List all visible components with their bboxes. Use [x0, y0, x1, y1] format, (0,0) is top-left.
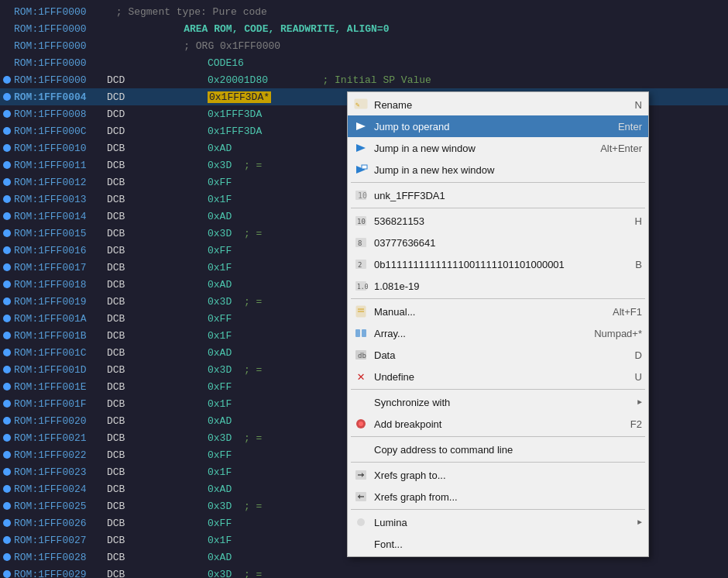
dot — [3, 434, 11, 442]
instr: DCD — [99, 108, 208, 120]
data-icon: db — [352, 347, 369, 363]
manual-shortcut: Alt+F1 — [613, 306, 642, 318]
address: ROM:1FFF0012 — [14, 177, 99, 188]
operand: 0x3D — [208, 569, 232, 579]
address: ROM:1FFF0026 — [14, 518, 99, 529]
menu-item-float[interactable]: 1.0 1.081e-19 — [348, 275, 648, 297]
instr: DCB — [99, 296, 208, 308]
operand: 0x3D — [208, 160, 232, 171]
undefine-shortcut: U — [635, 371, 642, 383]
operand: 0x1F — [208, 398, 232, 410]
comment: ; = — [238, 569, 262, 579]
copy-address-label: Copy address to command line — [374, 444, 642, 456]
synchronize-icon — [352, 394, 369, 410]
address: ROM:1FFF001C — [14, 347, 99, 359]
binary-label: 0b11111111111111001111101101000001 — [374, 259, 620, 270]
menu-item-data[interactable]: db Data D — [348, 344, 648, 366]
operand: 0xAD — [208, 415, 232, 427]
dot — [3, 195, 11, 203]
rename-icon: ✎ — [352, 97, 369, 112]
dot — [3, 349, 11, 356]
menu-item-xrefs-to[interactable]: Xrefs graph to... — [348, 464, 648, 486]
dot — [3, 468, 11, 476]
svg-text:✎: ✎ — [355, 101, 360, 108]
instr: DCB — [99, 432, 208, 444]
operand: 0xFF — [208, 177, 232, 188]
address: ROM:1FFF0013 — [14, 194, 99, 205]
dot-empty — [3, 8, 11, 15]
menu-item-binary[interactable]: 2 0b11111111111111001111101101000001 B — [348, 253, 648, 275]
separator-1 — [351, 182, 645, 183]
dot — [3, 502, 11, 510]
add-breakpoint-label: Add breakpoint — [374, 418, 615, 430]
font-icon — [352, 536, 369, 552]
operand: 0xFF — [208, 313, 232, 325]
menu-item-decimal[interactable]: 10 536821153 H — [348, 210, 648, 232]
jump-new-window-label: Jump in a new window — [374, 143, 585, 154]
menu-item-xrefs-from[interactable]: Xrefs graph from... — [348, 486, 648, 507]
instr: DCB — [99, 330, 208, 342]
menu-item-font[interactable]: Font... — [348, 533, 648, 555]
menu-item-jump-new-window[interactable]: Jump in a new window Alt+Enter — [348, 137, 648, 159]
dot — [3, 519, 11, 527]
dot — [3, 144, 11, 152]
menu-item-jump-to-operand[interactable]: Jump to operand Enter — [348, 115, 648, 137]
instr: DCB — [99, 483, 208, 495]
xrefs-from-icon — [352, 489, 369, 504]
menu-item-rename[interactable]: ✎ Rename N — [348, 94, 648, 115]
octal-icon: 8 — [352, 235, 369, 250]
svg-rect-19 — [355, 329, 360, 337]
address: ROM:1FFF001D — [14, 364, 99, 376]
address: ROM:1FFF001E — [14, 381, 99, 393]
operand: 0x3D — [208, 228, 232, 239]
dot — [3, 178, 11, 186]
address: ROM:1FFF0000 — [14, 57, 99, 69]
decimal-shortcut: H — [635, 215, 642, 227]
menu-item-jump-new-hex[interactable]: Jump in a new hex window — [348, 159, 648, 181]
instr: DCB — [99, 381, 208, 393]
code-line: ROM:1FFF0000 ; ORG 0x1FFF0000 — [0, 37, 728, 54]
instr: DCB — [99, 211, 208, 222]
dot — [3, 366, 11, 373]
menu-item-undefine[interactable]: ✕ Undefine U — [348, 366, 648, 387]
instr: DCB — [99, 143, 208, 154]
instr: DCB — [99, 245, 208, 256]
comment: ; Initial SP Value — [274, 74, 431, 86]
menu-item-manual[interactable]: Manual... Alt+F1 — [348, 301, 648, 322]
comment: ; = — [238, 501, 262, 512]
svg-text:10: 10 — [357, 218, 366, 225]
array-shortcut: Numpad+* — [594, 328, 642, 339]
separator-4 — [351, 389, 645, 390]
address: ROM:1FFF001A — [14, 313, 99, 325]
instr: DCB — [99, 347, 208, 359]
menu-item-copy-address[interactable]: Copy address to command line — [348, 439, 648, 460]
svg-rect-20 — [362, 329, 366, 337]
menu-item-synchronize[interactable]: Synchronize with ► — [348, 391, 648, 413]
menu-item-add-breakpoint[interactable]: Add breakpoint F2 — [348, 413, 648, 435]
copy-address-icon — [352, 442, 369, 457]
dot — [3, 298, 11, 305]
float-label: 1.081e-19 — [374, 280, 642, 292]
instr: DCB — [99, 262, 208, 274]
jump-to-operand-icon — [352, 119, 369, 134]
operand: 0xFF — [208, 381, 232, 393]
dot-empty — [3, 59, 11, 67]
svg-text:db: db — [358, 352, 366, 360]
dot — [3, 383, 11, 390]
menu-item-unk-label[interactable]: 10 unk_1FFF3DA1 — [348, 184, 648, 206]
menu-item-octal[interactable]: 8 03777636641 — [348, 232, 648, 253]
operand: 0x1FFF3DA — [208, 126, 262, 137]
jump-new-window-shortcut: Alt+Enter — [600, 143, 642, 154]
svg-rect-5 — [362, 165, 367, 169]
menu-item-array[interactable]: Array... Numpad+* — [348, 322, 648, 344]
comment: ; = — [238, 228, 262, 239]
address: ROM:1FFF0004 — [14, 91, 99, 103]
jump-new-hex-icon — [352, 162, 369, 177]
breakpoint-dot — [3, 127, 11, 135]
lumina-label: Lumina — [374, 517, 634, 528]
submenu-arrow-synchronize: ► — [637, 398, 642, 407]
address: ROM:1FFF0021 — [14, 432, 99, 444]
menu-item-lumina[interactable]: Lumina ► — [348, 511, 648, 533]
jump-new-window-icon — [352, 140, 369, 156]
instr: DCB — [99, 518, 208, 529]
